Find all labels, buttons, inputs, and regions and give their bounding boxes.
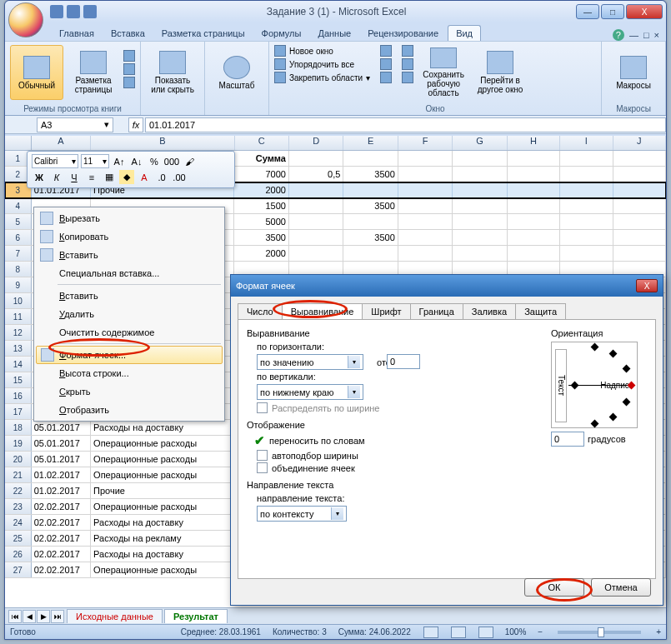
normal-view-icon[interactable] bbox=[423, 627, 438, 638]
context-menu-item[interactable]: Удалить bbox=[36, 305, 223, 323]
dialog-tab[interactable]: Защита bbox=[515, 303, 566, 319]
grow-font-icon[interactable]: A↑ bbox=[112, 154, 127, 168]
row-header[interactable]: 19 bbox=[5, 436, 32, 451]
cell[interactable]: 05.01.2017 bbox=[32, 420, 91, 435]
pagelayout-view-icon[interactable] bbox=[451, 627, 466, 638]
zoom-slider[interactable] bbox=[558, 631, 641, 634]
view-normal-button[interactable]: Обычный bbox=[10, 45, 63, 100]
percent-icon[interactable]: % bbox=[147, 154, 162, 168]
underline-button[interactable]: Ч bbox=[67, 170, 82, 184]
row-header[interactable]: 27 bbox=[5, 562, 32, 577]
indent-spinner[interactable]: 0 bbox=[387, 354, 420, 369]
cell[interactable] bbox=[613, 198, 666, 213]
font-combo[interactable]: Calibri▾ bbox=[32, 154, 78, 168]
cell[interactable]: 2000 bbox=[234, 246, 288, 261]
cell[interactable]: 05.01.2017 bbox=[32, 452, 91, 467]
dialog-tab[interactable]: Заливка bbox=[463, 303, 516, 319]
format-painter-icon[interactable]: 🖌 bbox=[182, 154, 197, 168]
col-header[interactable]: B bbox=[91, 136, 234, 150]
cell[interactable] bbox=[560, 198, 613, 213]
cell[interactable] bbox=[398, 246, 453, 261]
cell[interactable] bbox=[560, 167, 613, 182]
cell[interactable] bbox=[560, 182, 613, 197]
cell[interactable] bbox=[398, 167, 453, 182]
ribbon-tab[interactable]: Данные bbox=[310, 26, 358, 41]
row-header[interactable]: 9 bbox=[5, 277, 32, 292]
cell[interactable]: 3500 bbox=[343, 230, 398, 245]
cell[interactable] bbox=[508, 230, 560, 245]
zoom-out-button[interactable]: − bbox=[538, 627, 543, 637]
cell[interactable] bbox=[613, 151, 666, 166]
bold-button[interactable]: Ж bbox=[32, 170, 47, 184]
row-header[interactable]: 17 bbox=[5, 404, 32, 419]
cell[interactable] bbox=[398, 151, 453, 166]
tab-nav-next[interactable]: ▶ bbox=[37, 610, 50, 623]
macros-button[interactable]: Макросы bbox=[607, 45, 660, 100]
pagebreak-preview-icon[interactable] bbox=[123, 50, 135, 62]
split-icon[interactable] bbox=[380, 45, 392, 57]
cell[interactable]: 01.02.2017 bbox=[32, 467, 91, 482]
orientation-dial[interactable]: Текст Надпись bbox=[551, 342, 638, 428]
increase-decimal-icon[interactable]: .00 bbox=[172, 170, 187, 184]
row-header[interactable]: 5 bbox=[5, 214, 32, 229]
row-header[interactable]: 21 bbox=[5, 467, 32, 482]
row-header[interactable]: 23 bbox=[5, 499, 32, 514]
sheet-tab[interactable]: Результат bbox=[164, 609, 228, 623]
cell[interactable]: Расходы на рекламу bbox=[91, 531, 234, 546]
row-header[interactable]: 25 bbox=[5, 531, 32, 546]
degrees-spinner[interactable]: 0 bbox=[551, 432, 584, 447]
zoom-in-button[interactable]: + bbox=[656, 627, 661, 637]
italic-button[interactable]: К bbox=[49, 170, 64, 184]
unhide-window-icon[interactable] bbox=[380, 72, 392, 83]
cell[interactable]: Сумма bbox=[234, 151, 288, 166]
row-header[interactable]: 14 bbox=[5, 357, 32, 372]
cell[interactable] bbox=[560, 230, 613, 245]
context-menu-item[interactable]: Вставить bbox=[36, 287, 223, 305]
hide-window-icon[interactable] bbox=[380, 58, 392, 70]
cell[interactable]: 05.01.2017 bbox=[32, 436, 91, 451]
borders-icon[interactable]: ▦ bbox=[102, 170, 117, 184]
context-menu-item[interactable]: Формат ячеек... bbox=[36, 346, 223, 364]
dialog-tab[interactable]: Число bbox=[238, 303, 283, 319]
qat-save-icon[interactable] bbox=[50, 5, 63, 18]
cell[interactable]: 7000 bbox=[234, 167, 288, 182]
maximize-button[interactable]: □ bbox=[601, 4, 624, 19]
col-header[interactable]: H bbox=[508, 136, 560, 150]
cell[interactable] bbox=[453, 214, 507, 229]
row-header[interactable]: 11 bbox=[5, 309, 32, 324]
qat-undo-icon[interactable] bbox=[67, 5, 80, 18]
cell[interactable] bbox=[289, 198, 343, 213]
merge-checkbox[interactable] bbox=[257, 462, 268, 473]
cell[interactable]: 2000 bbox=[234, 182, 288, 197]
context-menu-item[interactable]: Очистить содержимое bbox=[36, 323, 223, 342]
formula-bar[interactable]: 01.01.2017 bbox=[145, 117, 666, 132]
cell[interactable] bbox=[289, 214, 343, 229]
cell[interactable]: 02.02.2017 bbox=[32, 562, 91, 577]
dialog-close-button[interactable]: X bbox=[636, 279, 658, 292]
cell[interactable] bbox=[508, 246, 560, 261]
cell[interactable] bbox=[613, 230, 666, 245]
row-header[interactable]: 6 bbox=[5, 230, 32, 245]
cell[interactable] bbox=[453, 246, 507, 261]
fullscreen-icon[interactable] bbox=[123, 77, 135, 88]
vert-align-combo[interactable]: по нижнему краю▾ bbox=[257, 384, 363, 400]
col-header[interactable]: A bbox=[32, 136, 91, 150]
col-header[interactable]: I bbox=[560, 136, 613, 150]
office-button[interactable] bbox=[8, 2, 43, 37]
align-center-icon[interactable]: ≡ bbox=[84, 170, 99, 184]
wrap-text-checkbox[interactable]: переносить по словам bbox=[269, 436, 365, 446]
cell[interactable] bbox=[289, 230, 343, 245]
col-header[interactable]: J bbox=[613, 136, 666, 150]
row-header[interactable]: 20 bbox=[5, 452, 32, 467]
cell[interactable] bbox=[398, 182, 453, 197]
arrange-all-button[interactable]: Упорядочить все bbox=[274, 58, 370, 70]
mdi-close-icon[interactable]: × bbox=[654, 30, 659, 40]
fx-button[interactable]: fx bbox=[128, 117, 143, 132]
reset-position-icon[interactable] bbox=[402, 72, 413, 83]
context-menu-item[interactable]: Вставить bbox=[36, 246, 223, 264]
cell[interactable] bbox=[289, 246, 343, 261]
cell[interactable]: Операционные расходы bbox=[91, 436, 234, 451]
switch-windows-button[interactable]: Перейти в другое окно bbox=[473, 45, 527, 100]
cell[interactable] bbox=[289, 151, 343, 166]
cell[interactable]: 3500 bbox=[343, 167, 398, 182]
